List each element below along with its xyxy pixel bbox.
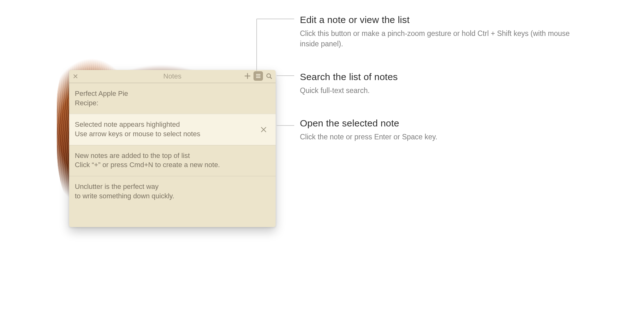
note-line-2: Recipe:	[75, 98, 270, 108]
notes-panel: Notes Perfect Apple P	[69, 70, 276, 227]
note-line-2: Use arrow keys or mouse to select notes	[75, 129, 253, 139]
callout-title: Edit a note or view the list	[300, 15, 584, 25]
notes-titlebar: Notes	[69, 70, 276, 83]
note-item-selected[interactable]: Selected note appears highlighted Use ar…	[69, 114, 276, 145]
callout-search: Search the list of notes Quick full-text…	[300, 72, 584, 96]
note-item[interactable]: New notes are added to the top of list C…	[69, 145, 276, 176]
titlebar-actions	[243, 71, 274, 81]
list-view-button[interactable]	[253, 71, 263, 81]
callout-title: Open the selected note	[300, 118, 584, 129]
callout-body: Click this button or make a pinch-zoom g…	[300, 28, 584, 50]
note-line-2: to write something down quickly.	[75, 191, 270, 201]
note-line-1: Selected note appears highlighted	[75, 120, 253, 129]
delete-note-button[interactable]	[259, 125, 269, 135]
note-line-1: New notes are added to the top of list	[75, 151, 270, 160]
search-button[interactable]	[264, 71, 274, 81]
note-item[interactable]: Perfect Apple Pie Recipe:	[69, 83, 276, 114]
add-note-button[interactable]	[243, 71, 252, 81]
note-line-2: Click “+” or press Cmd+N to create a new…	[75, 160, 270, 170]
note-line-1: Unclutter is the perfect way	[75, 182, 270, 191]
note-line-1: Perfect Apple Pie	[75, 89, 270, 98]
callout-body: Quick full-text search.	[300, 85, 584, 96]
callout-edit: Edit a note or view the list Click this …	[300, 15, 584, 50]
note-item[interactable]: Unclutter is the perfect way to write so…	[69, 176, 276, 207]
callouts-column: Edit a note or view the list Click this …	[300, 15, 584, 164]
callout-body: Click the note or press Enter or Space k…	[300, 132, 584, 142]
callout-title: Search the list of notes	[300, 72, 584, 82]
callout-open: Open the selected note Click the note or…	[300, 118, 584, 142]
close-button[interactable]	[69, 70, 82, 83]
